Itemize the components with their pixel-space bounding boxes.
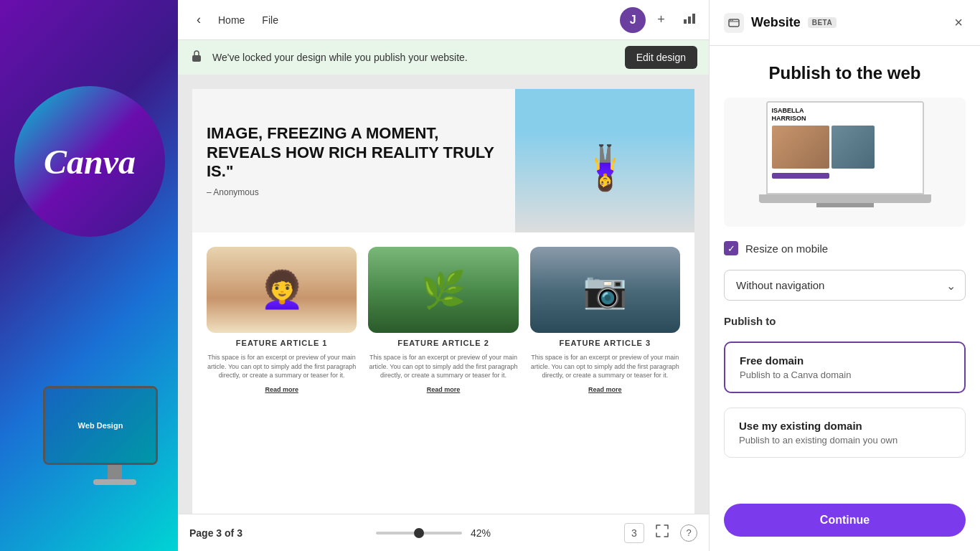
plus-icon: +	[657, 12, 665, 27]
notification-bar: We've locked your design while you publi…	[178, 40, 709, 75]
close-panel-button[interactable]: ×	[951, 11, 966, 34]
feature-image-1: 👩‍🦱	[207, 247, 357, 333]
feature-image-3: 📷	[530, 247, 680, 333]
feature-link-2[interactable]: Read more	[427, 386, 461, 393]
computer-mockup: Web Design	[43, 386, 187, 529]
feature-desc-1: This space is for an excerpt or preview …	[207, 353, 357, 380]
feature-link-3[interactable]: Read more	[588, 386, 622, 393]
fullscreen-icon	[656, 526, 669, 540]
existing-domain-title: Use my existing domain	[739, 420, 951, 432]
zoom-slider-area: 42%	[376, 527, 491, 539]
monitor-stand	[108, 465, 122, 479]
preview-img1	[772, 126, 829, 169]
checkmark-icon: ✓	[727, 243, 735, 254]
svg-point-8	[732, 19, 733, 21]
home-label: Home	[218, 14, 245, 26]
quote-heading: IMAGE, FREEZING A MOMENT, REVEALS HOW RI…	[207, 124, 501, 181]
svg-rect-0	[684, 19, 687, 24]
preview-name: ISABELLA HARRISON	[772, 107, 918, 123]
canvas-area: IMAGE, FREEZING A MOMENT, REVEALS HOW RI…	[178, 75, 709, 551]
feature-title-3: FEATURE ARTICLE 3	[560, 339, 651, 347]
stats-button[interactable]	[677, 5, 702, 34]
beta-badge: BETA	[808, 17, 837, 28]
stats-icon	[682, 14, 697, 28]
lock-icon	[189, 49, 204, 67]
canva-logo-text: Canva	[44, 142, 136, 182]
feature-card-1: 👩‍🦱 FEATURE ARTICLE 1 This space is for …	[207, 247, 357, 393]
navigation-dropdown[interactable]: Without navigation With navigation Custo…	[724, 270, 966, 301]
edit-design-label: Edit design	[636, 52, 686, 63]
free-domain-card[interactable]: Free domain Publish to a Canva domain	[724, 342, 966, 393]
monitor-base	[93, 479, 136, 485]
pages-icon: 3	[631, 527, 637, 539]
existing-domain-card[interactable]: Use my existing domain Publish to an exi…	[724, 408, 966, 458]
preview-images	[772, 126, 918, 169]
canva-logo: Canva	[14, 86, 165, 237]
feature-card-3: 📷 FEATURE ARTICLE 3 This space is for an…	[530, 247, 680, 393]
laptop-mockup: ISABELLA HARRISON	[745, 101, 946, 223]
laptop-stand	[816, 203, 874, 207]
laptop-base	[759, 194, 931, 203]
avatar-letter: J	[630, 14, 636, 27]
feature-image-2: 🌿	[368, 247, 518, 333]
page-indicator: Page 3 of 3	[189, 527, 242, 539]
panel-header: Website BETA ×	[710, 0, 980, 46]
continue-label: Continue	[820, 514, 870, 526]
website-preview: ISABELLA HARRISON	[724, 98, 966, 227]
resize-mobile-label: Resize on mobile	[745, 242, 828, 255]
feature-card-2: 🌿 FEATURE ARTICLE 2 This space is for an…	[368, 247, 518, 393]
resize-mobile-row[interactable]: ✓ Resize on mobile	[724, 241, 966, 255]
notification-message: We've locked your design while you publi…	[212, 52, 616, 63]
svg-point-7	[730, 19, 732, 21]
website-icon	[724, 13, 744, 33]
zoom-percent: 42%	[471, 527, 491, 539]
panel-title: Website	[751, 15, 801, 30]
edit-design-button[interactable]: Edit design	[625, 46, 697, 69]
laptop-screen: ISABELLA HARRISON	[766, 101, 924, 194]
feature-link-1[interactable]: Read more	[265, 386, 298, 393]
quote-photo: 🧍‍♀️	[515, 89, 694, 232]
free-domain-desc: Publish to a Canva domain	[740, 369, 950, 380]
home-button[interactable]: Home	[211, 10, 252, 30]
feature-title-2: FEATURE ARTICLE 2	[397, 339, 489, 347]
quote-image: 🧍‍♀️	[515, 89, 694, 232]
features-section: 👩‍🦱 FEATURE ARTICLE 1 This space is for …	[192, 232, 694, 408]
navigation-dropdown-wrapper: Without navigation With navigation Custo…	[724, 270, 966, 301]
back-icon: ‹	[197, 12, 201, 27]
preview-bar	[772, 173, 829, 179]
canvas-content: IMAGE, FREEZING A MOMENT, REVEALS HOW RI…	[192, 89, 694, 537]
feature-title-1: FEATURE ARTICLE 1	[236, 339, 328, 347]
preview-img2	[831, 126, 875, 169]
back-button[interactable]: ‹	[189, 8, 208, 32]
close-icon: ×	[954, 14, 963, 30]
svg-rect-5	[192, 55, 201, 62]
existing-domain-desc: Publish to an existing domain you own	[739, 435, 951, 446]
pages-icon-button[interactable]: 3	[624, 523, 644, 543]
resize-mobile-checkbox[interactable]: ✓	[724, 241, 738, 255]
file-button[interactable]: File	[255, 10, 286, 30]
free-domain-title: Free domain	[740, 354, 950, 367]
fullscreen-button[interactable]	[650, 519, 674, 547]
zoom-slider[interactable]	[376, 532, 462, 534]
panel-header-left: Website BETA	[724, 13, 837, 33]
zoom-thumb	[414, 528, 424, 538]
continue-button[interactable]: Continue	[724, 504, 966, 537]
publish-to-label: Publish to	[724, 315, 966, 327]
toolbar-icons: 3 ?	[624, 519, 697, 547]
quote-text-area: IMAGE, FREEZING A MOMENT, REVEALS HOW RI…	[192, 89, 515, 232]
plus-button[interactable]: +	[651, 6, 671, 33]
feature-desc-3: This space is for an excerpt or preview …	[530, 353, 680, 380]
topbar-left: ‹ Home File	[189, 8, 614, 32]
monitor: Web Design	[43, 386, 158, 465]
monitor-screen: Web Design	[45, 388, 156, 463]
svg-rect-2	[692, 14, 695, 24]
features-grid: 👩‍🦱 FEATURE ARTICLE 1 This space is for …	[207, 247, 680, 393]
laptop-screen-content: ISABELLA HARRISON	[768, 103, 923, 183]
svg-rect-1	[688, 17, 691, 24]
publish-heading: Publish to the web	[724, 63, 966, 83]
canvas-toolbar: Page 3 of 3 42% 3 ?	[178, 514, 709, 551]
help-button[interactable]: ?	[680, 524, 697, 542]
panel-body: Publish to the web ISABELLA HARRISON	[710, 46, 980, 504]
file-label: File	[262, 14, 278, 26]
user-avatar[interactable]: J	[620, 7, 646, 33]
